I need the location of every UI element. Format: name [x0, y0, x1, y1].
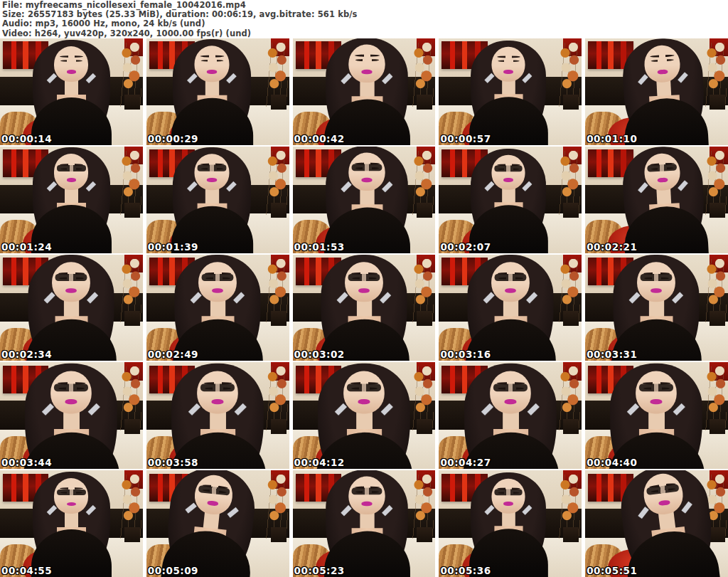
- video-thumbnail-15[interactable]: 00:03:31: [585, 255, 728, 361]
- thumbnail-image: [146, 362, 289, 469]
- video-thumbnail-22[interactable]: 00:05:09: [146, 470, 289, 577]
- video-thumbnail-11[interactable]: 00:02:34: [0, 255, 143, 361]
- lips: [362, 502, 372, 507]
- glasses: [647, 164, 677, 171]
- file-metadata: File: myfreecams_nicollesexi_female_1004…: [0, 0, 728, 38]
- thumbnail-image: [0, 38, 143, 145]
- thumbnail-image: [439, 362, 582, 469]
- video-thumbnail-24[interactable]: 00:05:36: [439, 470, 582, 577]
- face: [198, 261, 237, 301]
- lips: [503, 70, 513, 73]
- thumbnail-image: [585, 255, 728, 361]
- video-thumbnail-8[interactable]: 00:01:53: [293, 147, 436, 253]
- person-silhouette: [28, 38, 114, 145]
- video-thumbnail-16[interactable]: 00:03:44: [0, 362, 143, 469]
- timestamp-overlay: 00:04:40: [587, 457, 637, 468]
- timestamp-overlay: 00:03:31: [587, 349, 637, 360]
- video-thumbnail-23[interactable]: 00:05:23: [293, 470, 436, 577]
- glasses: [57, 165, 85, 171]
- glasses: [198, 165, 227, 171]
- thumbnail-image: [439, 470, 582, 577]
- face: [348, 152, 385, 191]
- eyes: [651, 58, 674, 62]
- video-thumbnail-2[interactable]: 00:00:29: [146, 38, 289, 145]
- glasses: [639, 384, 674, 391]
- glasses: [351, 164, 382, 171]
- decor-vase: [710, 311, 725, 326]
- lips: [212, 400, 223, 405]
- face: [195, 46, 230, 82]
- decor-vase: [124, 95, 140, 110]
- video-thumbnail-12[interactable]: 00:02:49: [146, 255, 289, 361]
- lips: [358, 400, 370, 405]
- video-thumbnail-1[interactable]: 00:00:14: [0, 38, 143, 145]
- person-silhouette: [611, 470, 724, 577]
- video-thumbnail-10[interactable]: 00:02:21: [585, 147, 728, 253]
- face: [636, 371, 678, 413]
- thumbnail-image: [585, 362, 728, 469]
- timestamp-overlay: 00:05:09: [148, 565, 198, 576]
- timestamp-overlay: 00:00:29: [148, 133, 198, 144]
- decor-vase: [271, 527, 287, 542]
- timestamp-overlay: 00:01:24: [1, 241, 52, 253]
- person-silhouette: [168, 147, 256, 253]
- video-thumbnail-3[interactable]: 00:00:42: [293, 38, 436, 145]
- video-thumbnail-19[interactable]: 00:04:27: [439, 362, 582, 469]
- lips: [213, 288, 223, 292]
- video-thumbnail-9[interactable]: 00:02:07: [439, 147, 582, 253]
- timestamp-overlay: 00:00:42: [294, 133, 345, 144]
- timestamp-overlay: 00:00:57: [440, 133, 491, 144]
- video-thumbnail-17[interactable]: 00:03:58: [146, 362, 289, 469]
- video-thumbnail-20[interactable]: 00:04:40: [585, 362, 728, 469]
- timestamp-overlay: 00:04:12: [294, 457, 345, 468]
- video-contact-sheet: File: myfreecams_nicollesexi_female_1004…: [0, 0, 728, 577]
- decor-vase: [271, 203, 287, 218]
- video-thumbnail-18[interactable]: 00:04:12: [293, 362, 436, 469]
- thumbnail-image: [146, 38, 289, 145]
- thumbnail-image: [439, 255, 582, 361]
- video-thumbnail-21[interactable]: 00:04:55: [0, 470, 143, 577]
- decor-vase: [271, 95, 287, 110]
- lips: [505, 288, 515, 292]
- decor-vase: [417, 311, 432, 326]
- lips: [358, 288, 369, 292]
- lips: [67, 178, 76, 182]
- decor-vase: [271, 311, 287, 326]
- video-thumbnail-6[interactable]: 00:01:24: [0, 147, 143, 253]
- decor-vase: [710, 203, 725, 218]
- thumbnail-image: [146, 255, 289, 361]
- face: [50, 371, 92, 413]
- person-silhouette: [321, 38, 413, 145]
- face: [195, 154, 230, 190]
- timestamp-overlay: 00:01:39: [148, 241, 198, 253]
- thumbnail-image: [146, 470, 289, 577]
- timestamp-overlay: 00:03:44: [1, 457, 52, 468]
- face: [491, 46, 525, 81]
- video-thumbnail-4[interactable]: 00:00:57: [439, 38, 582, 145]
- video-thumbnail-7[interactable]: 00:01:39: [146, 147, 289, 253]
- timestamp-overlay: 00:01:10: [587, 133, 637, 144]
- decor-vase: [710, 419, 725, 434]
- lips: [66, 288, 77, 292]
- video-thumbnail-13[interactable]: 00:03:02: [293, 255, 436, 361]
- lips: [503, 178, 513, 181]
- person-silhouette: [28, 470, 114, 577]
- face: [348, 44, 385, 83]
- decor-vase: [563, 311, 579, 326]
- person-silhouette: [157, 470, 263, 577]
- person-silhouette: [23, 255, 119, 361]
- video-thumbnail-25[interactable]: 00:05:51: [585, 470, 728, 577]
- glasses: [494, 165, 523, 171]
- glasses: [347, 384, 382, 391]
- decor-vase: [124, 419, 140, 434]
- decor-vase: [124, 311, 140, 326]
- lips: [505, 400, 516, 405]
- video-thumbnail-14[interactable]: 00:03:16: [439, 255, 582, 361]
- person-silhouette: [466, 147, 550, 253]
- video-thumbnail-5[interactable]: 00:01:10: [585, 38, 728, 145]
- decor-vase: [124, 203, 140, 218]
- face: [52, 261, 90, 301]
- timestamp-overlay: 00:01:53: [294, 241, 345, 253]
- glasses: [351, 488, 382, 494]
- eyes: [200, 60, 223, 62]
